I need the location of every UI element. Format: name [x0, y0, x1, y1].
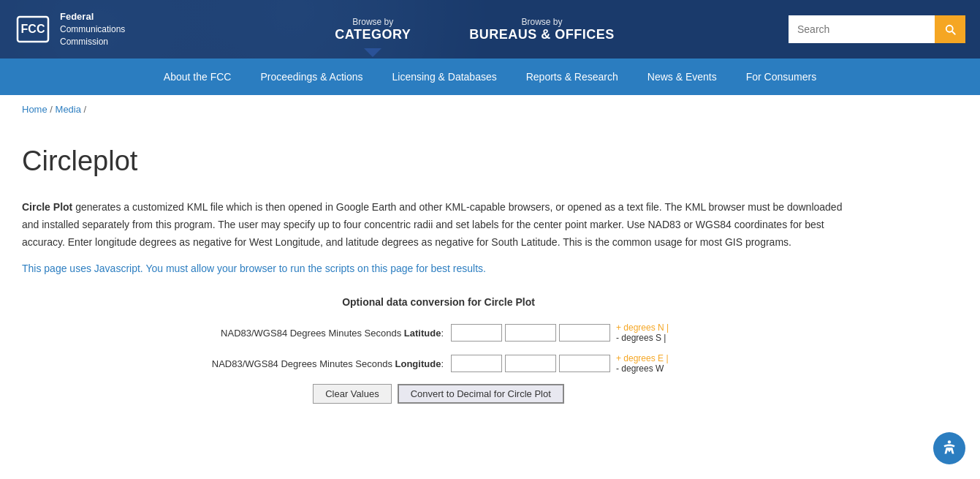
longitude-label-colon: : [441, 358, 444, 369]
longitude-suffix: + degrees E | - degrees W [616, 353, 682, 374]
form-section-title: Optional data conversion for Circle Plot [22, 296, 855, 308]
nav-item-licensing[interactable]: Licensing & Databases [378, 59, 512, 95]
js-notice: This page uses Javascript. You must allo… [22, 263, 855, 274]
breadcrumb-home[interactable]: Home [22, 104, 48, 115]
search-icon [943, 23, 957, 36]
browse-by-category-btn[interactable]: Browse by CATEGORY [305, 10, 440, 50]
lon-plus-label: + degrees E | [616, 353, 669, 363]
latitude-label-prefix: NAD83/WGS84 Degrees Minutes Seconds [221, 328, 404, 339]
fcc-logo-svg: FCC [15, 11, 51, 48]
main-nav: About the FCC Proceedings & Actions Lice… [0, 59, 980, 95]
search-area [789, 15, 965, 43]
breadcrumb-media[interactable]: Media [56, 104, 81, 115]
org-name-line1: Federal [60, 10, 125, 23]
search-input[interactable] [789, 15, 935, 43]
org-name-line2: Communications [60, 23, 125, 36]
lat-minus-label: - degrees S | [616, 333, 666, 343]
description-bold-intro: Circle Plot [22, 201, 72, 213]
nav-item-news[interactable]: News & Events [633, 59, 732, 95]
nav-item-reports[interactable]: Reports & Research [512, 59, 633, 95]
svg-text:FCC: FCC [21, 23, 45, 35]
latitude-suffix: + degrees N | - degrees S | [616, 323, 682, 343]
longitude-label-prefix: NAD83/WGS84 Degrees Minutes Seconds [212, 358, 395, 369]
bureaus-label: BUREAUS & OFFICES [469, 27, 615, 42]
breadcrumb-sep2: / [84, 104, 87, 115]
latitude-label: NAD83/WGS84 Degrees Minutes Seconds Lati… [195, 328, 444, 339]
main-content: Circleplot Circle Plot generates a custo… [0, 124, 877, 433]
longitude-seconds-input[interactable] [559, 355, 610, 372]
latitude-label-bold: Latitude [404, 328, 441, 339]
org-name-line3: Commission [60, 36, 125, 48]
longitude-row: NAD83/WGS84 Degrees Minutes Seconds Long… [22, 353, 855, 374]
logo-area: FCC Federal Communications Commission [15, 10, 161, 48]
latitude-minutes-input[interactable] [505, 324, 556, 342]
latitude-seconds-input[interactable] [559, 324, 610, 342]
longitude-degrees-input[interactable] [451, 355, 502, 372]
convert-button[interactable]: Convert to Decimal for Circle Plot [398, 384, 564, 404]
site-header: FCC Federal Communications Commission Br… [0, 0, 980, 59]
form-buttons: Clear Values Convert to Decimal for Circ… [22, 384, 855, 404]
description-body-text: generates a customized KML file which is… [22, 201, 842, 248]
latitude-inputs [451, 324, 610, 342]
clear-values-button[interactable]: Clear Values [313, 384, 391, 404]
nav-item-proceedings[interactable]: Proceedings & Actions [246, 59, 377, 95]
page-title: Circleplot [22, 146, 855, 177]
logo-text-block: Federal Communications Commission [60, 10, 125, 48]
latitude-degrees-input[interactable] [451, 324, 502, 342]
breadcrumb: Home / Media / [0, 95, 980, 124]
longitude-label: NAD83/WGS84 Degrees Minutes Seconds Long… [195, 358, 444, 369]
category-label: CATEGORY [335, 27, 411, 42]
longitude-inputs [451, 355, 610, 372]
nav-item-about[interactable]: About the FCC [149, 59, 246, 95]
latitude-label-colon: : [441, 328, 444, 339]
fcc-logo: FCC [15, 11, 51, 48]
browse-by-bureaus-btn[interactable]: Browse by BUREAUS & OFFICES [440, 10, 644, 50]
longitude-label-bold: Longitude [395, 358, 441, 369]
description-para: Circle Plot generates a customized KML f… [22, 199, 855, 251]
search-button[interactable] [935, 15, 965, 43]
lat-plus-label: + degrees N | [616, 323, 669, 333]
latitude-row: NAD83/WGS84 Degrees Minutes Seconds Lati… [22, 323, 855, 343]
longitude-minutes-input[interactable] [505, 355, 556, 372]
lon-minus-label: - degrees W [616, 363, 664, 374]
browse-by-label-bureaus: Browse by [521, 17, 562, 27]
browse-by-label-category: Browse by [352, 17, 393, 27]
nav-item-consumers[interactable]: For Consumers [732, 59, 831, 95]
accessibility-widget[interactable] [933, 432, 965, 433]
form-section: Optional data conversion for Circle Plot… [22, 296, 855, 404]
breadcrumb-sep1: / [50, 104, 55, 115]
browse-section: Browse by CATEGORY Browse by BUREAUS & O… [161, 10, 789, 50]
